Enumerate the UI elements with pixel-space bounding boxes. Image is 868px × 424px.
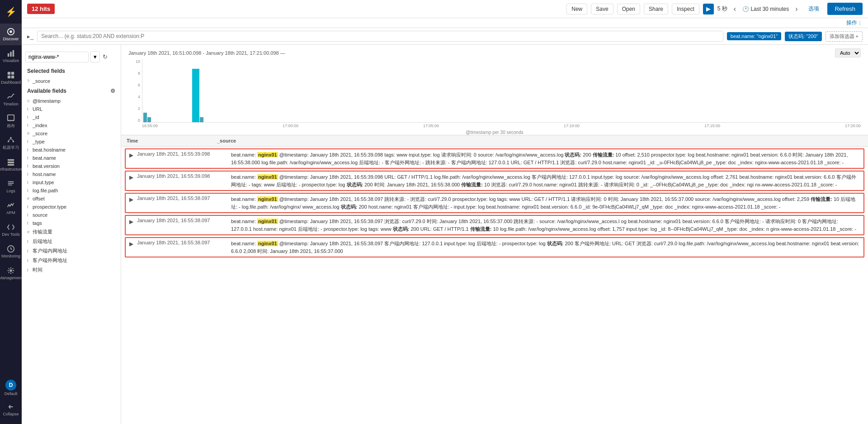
field-offset[interactable]: # offset xyxy=(22,195,121,203)
bar-2 xyxy=(147,117,151,122)
result-row-header-4[interactable]: ▶ January 18th 2021, 16:55:38.097 beat.n… xyxy=(126,216,863,234)
save-button[interactable]: Save xyxy=(591,4,613,14)
search-prompt-icon: ▸_ xyxy=(27,33,33,40)
svg-point-1 xyxy=(9,30,12,33)
highlight-nginx01-4: nginx01 xyxy=(257,219,278,224)
field-client-external-ip[interactable]: t 客户端外网地址 xyxy=(22,256,121,265)
main-content: 12 hits New Save Open Share Inspect ▶ 5 … xyxy=(22,0,868,424)
table-row: ▶ January 18th 2021, 16:55:38.097 beat.n… xyxy=(125,237,864,257)
expand-arrow-1[interactable]: ▶ xyxy=(129,152,133,158)
highlight-nginx01-3: nginx01 xyxy=(257,196,278,202)
result-time-3: January 18th 2021, 16:55:38.097 xyxy=(137,195,227,201)
sidebar-item-infrastructure[interactable]: Infrastructure xyxy=(0,154,22,176)
expand-arrow-3[interactable]: ▶ xyxy=(129,196,133,203)
field-id[interactable]: t _id xyxy=(22,113,121,121)
refresh-button[interactable]: Refresh xyxy=(827,3,863,15)
table-row: ▶ January 18th 2021, 16:55:38.097 beat.n… xyxy=(125,215,864,235)
share-button[interactable]: Share xyxy=(644,4,668,14)
result-content-2: beat.name: nginx01 @timestamp: January 1… xyxy=(231,173,860,188)
results-area[interactable]: Time _source ▶ January 18th 2021, 16:55:… xyxy=(121,135,868,424)
sidebar-item-apm[interactable]: APM xyxy=(0,197,22,219)
field-backend-addr[interactable]: t 后端地址 xyxy=(22,237,121,246)
topbar-right: New Save Open Share Inspect ▶ 5 秒 ‹ 🕐 La… xyxy=(566,3,863,15)
field-index[interactable]: t _index xyxy=(22,121,121,129)
hits-badge: 12 hits xyxy=(27,4,55,14)
sidebar-item-dashboard[interactable]: Dashboard xyxy=(0,67,22,89)
svg-point-11 xyxy=(10,137,12,138)
field-beat-hostname[interactable]: t beat.hostname xyxy=(22,146,121,154)
result-time-1: January 18th 2021, 16:55:39.098 xyxy=(137,151,227,157)
field-input-type[interactable]: t input.type xyxy=(22,178,121,186)
sidebar-item-discover[interactable]: Discover xyxy=(0,24,22,45)
highlight-nginx01-5: nginx01 xyxy=(257,241,278,246)
prev-arrow[interactable]: ‹ xyxy=(731,4,739,14)
field-tags[interactable]: t tags xyxy=(22,219,121,227)
chart-area: January 18th 2021, 16:51:00.098 - Januar… xyxy=(121,45,868,135)
topbar: 12 hits New Save Open Share Inspect ▶ 5 … xyxy=(22,0,868,18)
result-row-header-2[interactable]: ▶ January 18th 2021, 16:55:39.098 beat.n… xyxy=(126,172,863,190)
svg-rect-9 xyxy=(8,114,14,120)
new-button[interactable]: New xyxy=(566,4,587,14)
sidebar-item-ml[interactable]: 机器学习 xyxy=(0,132,22,154)
sidebar-item-timelion[interactable]: Timelion xyxy=(0,89,22,110)
body: ▾ ↻ Selected fields ? _source Available … xyxy=(22,45,868,424)
svg-rect-5 xyxy=(8,72,10,75)
field-time[interactable]: t 时间 xyxy=(22,265,121,275)
sidebar-item-devtools[interactable]: Dev Tools xyxy=(0,219,22,241)
field-url[interactable]: t URL xyxy=(22,105,121,113)
selected-fields-title: Selected fields xyxy=(22,65,121,77)
svg-line-14 xyxy=(9,138,11,141)
play-button[interactable]: ▶ xyxy=(703,4,714,14)
add-filter-button[interactable]: 添加筛选器 + xyxy=(826,31,863,42)
sidebar-item-visualize[interactable]: Visualize xyxy=(0,45,22,67)
sidebar-item-canvas[interactable]: 画布 xyxy=(0,110,22,132)
filter-tag-hostname[interactable]: beat.name: "nginx01" xyxy=(727,32,781,40)
field-source[interactable]: t source xyxy=(22,211,121,219)
result-content-1: beat.name: nginx01 @timestamp: January 1… xyxy=(231,151,860,166)
field-beat-name[interactable]: t beat.name xyxy=(22,154,121,162)
result-time-5: January 18th 2021, 16:55:38.097 xyxy=(137,240,227,245)
search-input[interactable] xyxy=(41,33,719,39)
expand-arrow-4[interactable]: ▶ xyxy=(129,219,133,225)
interval-label: 5 秒 xyxy=(717,5,727,13)
inspect-button[interactable]: Inspect xyxy=(672,4,699,14)
field-score[interactable]: # _score xyxy=(22,129,121,138)
sidebar-item-default[interactable]: D Default xyxy=(0,377,22,399)
result-time-4: January 18th 2021, 16:55:38.097 xyxy=(137,218,227,223)
action-bar: 操作： xyxy=(22,18,868,28)
expand-arrow-2[interactable]: ▶ xyxy=(129,174,133,181)
result-row-header-3[interactable]: ▶ January 18th 2021, 16:55:38.097 beat.n… xyxy=(126,194,863,212)
result-row-header-1[interactable]: ▶ January 18th 2021, 16:55:39.098 beat.n… xyxy=(126,149,863,168)
field-timestamp[interactable]: © @timestamp xyxy=(22,97,121,105)
action-button[interactable]: 操作： xyxy=(846,19,863,27)
field-type[interactable]: t _type xyxy=(22,138,121,146)
expand-arrow-5[interactable]: ▶ xyxy=(129,241,133,247)
next-arrow[interactable]: › xyxy=(793,4,800,14)
options-button[interactable]: 选项 xyxy=(804,3,824,14)
field-source[interactable]: ? _source xyxy=(22,77,121,85)
svg-rect-17 xyxy=(8,162,14,163)
sidebar-item-monitoring[interactable]: Monitoring xyxy=(0,241,22,262)
index-dropdown-button[interactable]: ▾ xyxy=(90,51,100,62)
result-content-4: beat.name: nginx01 @timestamp: January 1… xyxy=(231,218,860,233)
result-row-header-5[interactable]: ▶ January 18th 2021, 16:55:38.097 beat.n… xyxy=(126,238,863,257)
sidebar-item-management[interactable]: Management xyxy=(0,262,22,284)
results-header: Time _source xyxy=(121,135,868,147)
svg-rect-6 xyxy=(11,72,14,75)
highlight-nginx01-2: nginx01 xyxy=(257,174,278,180)
refresh-index-button[interactable]: ↻ xyxy=(102,52,108,61)
gear-icon[interactable]: ⚙ xyxy=(110,88,115,94)
filter-tag-status[interactable]: 状态码: "200" xyxy=(785,32,821,41)
auto-select[interactable]: Auto xyxy=(835,48,861,57)
sidebar-item-collapse[interactable]: Collapse xyxy=(0,399,22,420)
sidebar-item-logs[interactable]: Logs xyxy=(0,176,22,197)
field-host-name[interactable]: t host.name xyxy=(22,170,121,178)
field-beat-version[interactable]: t beat.version xyxy=(22,162,121,170)
index-input[interactable] xyxy=(25,52,89,62)
chart-date-range: January 18th 2021, 16:51:00.098 - Januar… xyxy=(128,50,285,56)
field-transfer-volume[interactable]: # 传输流量 xyxy=(22,227,121,237)
field-client-internal-ip[interactable]: t 客户端内网地址 xyxy=(22,246,121,256)
open-button[interactable]: Open xyxy=(617,4,640,14)
field-log-file-path[interactable]: t log.file.path xyxy=(22,186,121,195)
field-prospector-type[interactable]: t prospector.type xyxy=(22,203,121,211)
